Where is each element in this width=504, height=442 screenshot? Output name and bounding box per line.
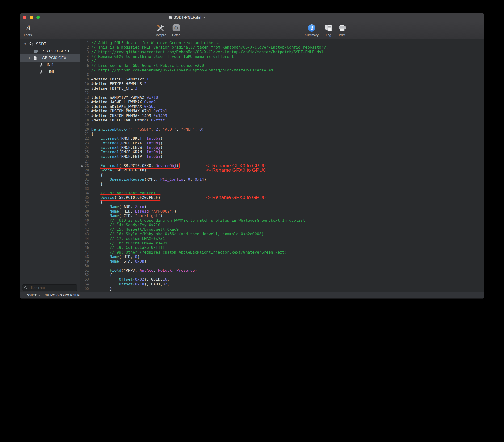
breadcrumb-root: SSDT (27, 293, 36, 297)
compile-button[interactable]: Compile (155, 23, 166, 37)
code-line[interactable]: 22 External(RMCF.BKLT, IntObj) (80, 136, 484, 141)
code-line[interactable]: 44 // 17: custom LMAX=0x7a1 (80, 236, 484, 241)
disclosure-triangle-icon[interactable]: ▼ (27, 56, 32, 60)
code-line[interactable]: 49 Name(_STA, 0x0B) (80, 259, 484, 264)
patch-button[interactable]: ⚙ Patch (172, 23, 180, 37)
line-number: 21 (80, 132, 89, 136)
close-button[interactable] (23, 16, 26, 19)
summary-button[interactable]: i Summary (305, 23, 319, 37)
code-line[interactable]: 17#define CUSTOM_PWMMAX_1499 0x1499 (80, 113, 484, 118)
code-text: External(RMCF.GRAN, IntObj) (89, 150, 162, 154)
code-line[interactable]: 19 (80, 123, 484, 127)
code-line[interactable]: 9#define FBTYPE_SANDYIVY 1 (80, 77, 484, 81)
code-line[interactable]: 32 } (80, 182, 484, 186)
code-line[interactable]: 13#define SANDYIVY_PWMMAX 0x710 (80, 95, 484, 100)
code-line[interactable]: 45 // 18: custom LMAX=0x1499 (80, 241, 484, 245)
code-line[interactable]: 47 // 99: Other (requires custom AppleBa… (80, 250, 484, 254)
code-line[interactable]: 43 // 16: Skylake/KabyLake 0x56c (and so… (80, 232, 484, 236)
code-line[interactable]: 24 External(RMCF.LEVW, IntObj) (80, 145, 484, 150)
code-line[interactable]: 12 (80, 90, 484, 95)
line-number: 1 (80, 41, 89, 45)
code-line[interactable]: 50 (80, 264, 484, 268)
code-line[interactable]: 28 External(_SB.PCI0.GFX0, DeviceObj)<- … (80, 163, 484, 168)
code-text (89, 72, 91, 77)
code-line[interactable]: 42 // 15: Haswell/Broadwell 0xad9 (80, 227, 484, 232)
line-number: 40 (80, 218, 89, 223)
code-text: Name(_UID, 0) (89, 254, 140, 259)
code-line[interactable]: 33 (80, 186, 484, 191)
code-line[interactable]: 5// (80, 59, 484, 63)
code-line[interactable]: 4// Rename GFX0 to anything else if your… (80, 54, 484, 59)
chevron-down-icon[interactable] (203, 17, 206, 18)
code-line[interactable]: 20DefinitionBlock("", "SSDT", 2, "ACDT",… (80, 127, 484, 132)
code-line[interactable]: 41 // 14: Sandy/Ivy 0x710 (80, 223, 484, 227)
sidebar-item-ini1[interactable]: INI1 (20, 62, 80, 69)
code-line[interactable]: 27 (80, 159, 484, 163)
fonts-button[interactable]: A Fonts (24, 23, 32, 37)
code-text: // 18: custom LMAX=0x1499 (89, 241, 167, 245)
code-line[interactable]: 1// Adding PNLF device for WhateverGreen… (80, 41, 484, 45)
minimize-button[interactable] (30, 16, 33, 19)
code-line[interactable]: 10#define FBTYPE_HSWPLUS 2 (80, 82, 484, 86)
code-text: // (89, 59, 96, 63)
sidebar-item-label: _SB.PCI0.GFX0 (41, 49, 69, 53)
code-lines: 1// Adding PNLF device for WhateverGreen… (80, 39, 484, 292)
code-line[interactable]: 11#define FBTYPE_CFL 3 (80, 86, 484, 90)
code-line[interactable]: 29 Scope(_SB.PCI0.GFX0)<- Rename GFX0 to… (80, 168, 484, 172)
line-number: 14 (80, 100, 89, 105)
code-text: Name(_STA, 0x0B) (89, 259, 146, 264)
line-number: 27 (80, 159, 89, 164)
code-line[interactable]: 40 // _UID is set depending on PWMMax to… (80, 218, 484, 223)
code-line[interactable]: 7// https://github.com/RehabMan/OS-X-Clo… (80, 68, 484, 72)
print-button[interactable]: Print (338, 23, 346, 37)
code-line[interactable]: 48 Name(_UID, 0) (80, 254, 484, 259)
code-line[interactable]: 34 // For backlight control (80, 191, 484, 195)
disclosure-triangle-icon[interactable]: ▼ (23, 42, 28, 46)
code-line[interactable]: 8 (80, 72, 484, 77)
code-line[interactable]: 25 External(RMCF.GRAN, IntObj) (80, 150, 484, 154)
code-line[interactable]: 35 Device(_SB.PCI0.GFX0.PNLF)<- Rename G… (80, 195, 484, 200)
code-text: // 17: custom LMAX=0x7a1 (89, 236, 165, 241)
line-number: 47 (80, 250, 89, 255)
sidebar-item--sb-pci0-gfx-[interactable]: ▼_SB.PCI0.GFX... (20, 54, 80, 62)
sidebar-item-ssdt[interactable]: ▼SSDT (20, 41, 80, 48)
code-line[interactable]: 54 Offset(0x10), BAR1,32, (80, 282, 484, 286)
code-line[interactable]: 21{ (80, 132, 484, 136)
code-line[interactable]: 53 Offset(0x02), GDID,16, (80, 277, 484, 282)
code-line[interactable]: 55 } (80, 286, 484, 291)
code-line[interactable]: 31 OperationRegion(RMP3, PCI_Config, 0, … (80, 177, 484, 182)
code-line[interactable]: 16#define CUSTOM_PWMMAX_07a1 0x07a1 (80, 109, 484, 113)
log-button[interactable]: Log (324, 23, 332, 37)
code-line[interactable]: 38 Name(_HID, EisaId("APP0002")) (80, 209, 484, 213)
line-number: 35 (80, 195, 89, 200)
fonts-icon: A (25, 23, 30, 33)
code-line[interactable]: 6// Licensed under GNU General Public Li… (80, 63, 484, 68)
zoom-button[interactable] (36, 16, 40, 19)
code-line[interactable]: 2// This is a modified PNLF version orig… (80, 45, 484, 50)
code-line[interactable]: 14#define HASWELL_PWMMAX 0xad9 (80, 100, 484, 104)
code-line[interactable]: 3// https://raw.githubusercontent.com/Re… (80, 50, 484, 54)
code-line[interactable]: 15#define SKYLAKE_PWMMAX 0x56c (80, 104, 484, 109)
code-line[interactable]: 23 External(RMCF.LMAX, IntObj) (80, 141, 484, 145)
code-text: // 16: Skylake/KabyLake 0x56c (and some … (89, 232, 264, 236)
code-line[interactable]: 52 { (80, 273, 484, 277)
sidebar-item--ini[interactable]: _INI (20, 68, 80, 75)
code-line[interactable]: 46 // 19: CoffeeLake 0xffff (80, 245, 484, 250)
code-line[interactable]: 36 { (80, 200, 484, 204)
code-line[interactable]: 30 { (80, 173, 484, 177)
code-text: Offset(0x02), GDID,16, (89, 277, 169, 282)
line-number: 18 (80, 118, 89, 123)
code-line[interactable]: 26 External(RMCF.FBTP, IntObj) (80, 154, 484, 159)
sidebar-item--sb-pci0-gfx0[interactable]: _SB.PCI0.GFX0 (20, 48, 80, 55)
code-editor[interactable]: 1// Adding PNLF device for WhateverGreen… (80, 39, 484, 292)
code-text: // 19: CoffeeLake 0xffff (89, 245, 165, 250)
code-line[interactable]: 39 Name(_CID, "backlight") (80, 213, 484, 218)
line-number: 8 (80, 73, 89, 77)
line-number: 26 (80, 155, 89, 159)
code-line[interactable]: 51 Field(^RMP3, AnyAcc, NoLock, Preserve… (80, 268, 484, 273)
filter-tree-input[interactable] (22, 284, 77, 291)
code-line[interactable]: 18#define COFFEELAKE_PWMMAX 0xffff (80, 118, 484, 123)
code-line[interactable]: 37 Name(_ADR, Zero) (80, 205, 484, 209)
code-text: // _UID is set depending on PWMMax to ma… (89, 218, 305, 223)
code-text (89, 123, 91, 127)
